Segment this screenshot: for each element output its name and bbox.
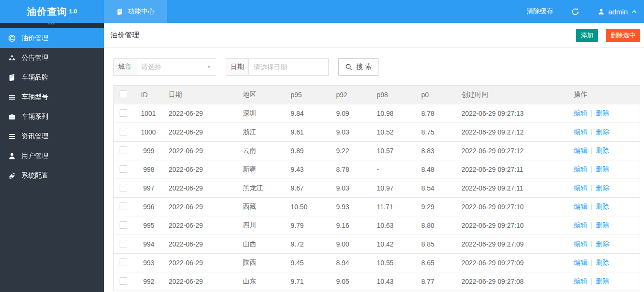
book-icon	[8, 74, 16, 81]
add-button[interactable]: 添加	[576, 29, 598, 42]
sidebar-item[interactable]: 用户管理	[0, 146, 104, 166]
sidebar-item[interactable]: 车辆型号	[0, 87, 104, 107]
row-checkbox[interactable]	[120, 109, 127, 117]
tab-function-center[interactable]: 功能中心	[104, 0, 167, 23]
table-row: 9942022-06-29山西9.729.0010.428.852022-06-…	[114, 235, 640, 254]
city-filter: 城市 请选择 ▼	[113, 58, 216, 76]
row-checkbox[interactable]	[120, 221, 127, 229]
city-select[interactable]: 请选择 ▼	[136, 58, 216, 76]
table-row: 9932022-06-29陕西9.458.9410.558.652022-06-…	[114, 254, 640, 272]
cell-ops: 编辑|删除	[569, 235, 640, 254]
sidebar-item[interactable]: 车辆品牌	[0, 67, 104, 87]
row-checkbox[interactable]	[120, 202, 127, 210]
user-menu[interactable]: admin	[598, 8, 637, 16]
oil-price-table: ID 日期 地区 p95 p92 p98 p0 创建时间 操作 10012022…	[113, 85, 640, 291]
cell-p95: 9.43	[286, 160, 332, 179]
edit-link[interactable]: 编辑	[574, 128, 588, 135]
clear-cache-button[interactable]: 清除缓存	[526, 7, 553, 16]
edit-link[interactable]: 编辑	[574, 221, 588, 229]
row-checkbox[interactable]	[120, 277, 127, 285]
delete-link[interactable]: 删除	[596, 202, 609, 210]
username: admin	[608, 8, 628, 16]
sidebar-item-label: 用户管理	[22, 152, 48, 160]
edit-link[interactable]: 编辑	[574, 202, 588, 210]
cell-p95: 9.61	[286, 123, 332, 142]
cell-created: 2022-06-29 09:27:10	[457, 198, 569, 216]
ops-separator: |	[591, 128, 593, 135]
cell-region: 山东	[238, 272, 286, 291]
ops-separator: |	[591, 146, 593, 154]
cell-p92: 9.22	[332, 142, 372, 160]
cell-created: 2022-06-29 09:27:12	[457, 123, 569, 142]
tab-label: 功能中心	[128, 7, 155, 16]
edit-link[interactable]: 编辑	[574, 258, 588, 266]
topbar: 油价查询 1.0 功能中心 清除缓存 admin	[0, 0, 644, 23]
cell-region: 山西	[238, 235, 286, 254]
delete-link[interactable]: 删除	[596, 128, 609, 135]
row-checkbox[interactable]	[120, 258, 127, 266]
cell-date: 2022-06-29	[164, 179, 238, 198]
cell-p92: 9.16	[332, 216, 372, 235]
cell-id: 999	[136, 142, 164, 160]
row-checkbox[interactable]	[120, 240, 127, 247]
sidebar-item-label: 油价管理	[22, 34, 48, 43]
delete-link[interactable]: 删除	[596, 221, 609, 229]
ops-separator: |	[591, 240, 593, 247]
cell-p98: 10.57	[372, 142, 417, 160]
delete-link[interactable]: 删除	[596, 184, 609, 191]
edit-link[interactable]: 编辑	[574, 165, 588, 173]
cell-ops: 编辑|删除	[569, 142, 640, 160]
cell-id: 993	[136, 254, 164, 272]
delete-link[interactable]: 删除	[596, 165, 609, 173]
cell-region: 新疆	[238, 160, 286, 179]
cell-p98: 10.42	[372, 235, 417, 254]
search-button-label: 搜 索	[356, 63, 372, 71]
cell-p0: 8.80	[417, 216, 457, 235]
cell-id: 995	[136, 216, 164, 235]
col-header-date: 日期	[164, 86, 238, 104]
search-button[interactable]: 搜 索	[338, 58, 378, 76]
table-row: 10002022-06-29浙江9.619.0310.528.752022-06…	[114, 123, 640, 142]
cell-p95: 9.84	[286, 104, 332, 123]
edit-link[interactable]: 编辑	[574, 277, 588, 285]
delete-link[interactable]: 删除	[596, 109, 609, 117]
select-all-checkbox[interactable]	[120, 90, 127, 98]
delete-selected-button[interactable]: 删除选中	[606, 29, 640, 42]
refresh-icon[interactable]	[571, 8, 579, 16]
sidebar-item-label: 车辆型号	[22, 93, 48, 101]
sidebar-item[interactable]: 资讯管理	[0, 126, 104, 146]
sidebar-item[interactable]: 系统配置	[0, 166, 104, 185]
edit-link[interactable]: 编辑	[574, 109, 588, 117]
date-input[interactable]	[254, 63, 323, 71]
cell-p0: 9.29	[417, 198, 457, 216]
cell-p0: 8.48	[417, 160, 457, 179]
cell-ops: 编辑|删除	[569, 198, 640, 216]
row-checkbox[interactable]	[120, 128, 127, 135]
cell-id: 992	[136, 272, 164, 291]
delete-link[interactable]: 删除	[596, 146, 609, 154]
edit-link[interactable]: 编辑	[574, 240, 588, 247]
edit-link[interactable]: 编辑	[574, 184, 588, 191]
cell-p98: 10.98	[372, 104, 417, 123]
sidebar-item[interactable]: 油价管理	[0, 28, 104, 48]
delete-link[interactable]: 删除	[596, 240, 609, 247]
user-icon	[598, 8, 605, 15]
cell-region: 浙江	[238, 123, 286, 142]
row-checkbox[interactable]	[120, 184, 127, 191]
cell-p98: 10.63	[372, 216, 417, 235]
cell-id: 1001	[136, 104, 164, 123]
cell-p95: 9.45	[286, 254, 332, 272]
row-checkbox[interactable]	[120, 165, 127, 173]
row-checkbox[interactable]	[120, 146, 127, 154]
sidebar-collapse-toggle[interactable]: •••	[0, 23, 104, 28]
sidebar-item[interactable]: 公告管理	[0, 48, 104, 67]
edit-link[interactable]: 编辑	[574, 146, 588, 154]
delete-link[interactable]: 删除	[596, 277, 609, 285]
ops-separator: |	[591, 258, 593, 266]
sidebar: ••• 油价管理公告管理车辆品牌车辆型号车辆系列资讯管理用户管理系统配置	[0, 23, 104, 292]
cell-p0: 8.65	[417, 254, 457, 272]
cell-created: 2022-06-29 09:27:10	[457, 216, 569, 235]
delete-link[interactable]: 删除	[596, 258, 609, 266]
sidebar-menu: 油价管理公告管理车辆品牌车辆型号车辆系列资讯管理用户管理系统配置	[0, 28, 104, 185]
sidebar-item[interactable]: 车辆系列	[0, 107, 104, 126]
